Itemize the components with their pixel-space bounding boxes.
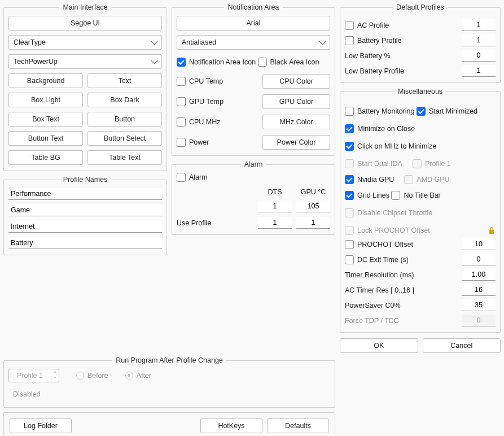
table-bg-button[interactable]: Table BG bbox=[8, 150, 83, 165]
power-checkbox[interactable]: Power bbox=[177, 138, 209, 147]
box-text-button[interactable]: Box Text bbox=[8, 112, 83, 127]
checkbox-icon bbox=[345, 124, 354, 133]
gpu-color-button[interactable]: GPU Color bbox=[262, 94, 330, 109]
ac-timer-input[interactable] bbox=[462, 284, 496, 296]
click-mhz-checkbox[interactable]: Click on MHz to Minimize bbox=[345, 142, 436, 151]
start-minimized-checkbox[interactable]: Start Minimized bbox=[417, 107, 477, 116]
radio-icon bbox=[125, 372, 133, 380]
cpu-temp-checkbox[interactable]: CPU Temp bbox=[177, 77, 223, 86]
prochot-offset-checkbox[interactable]: PROCHOT Offset bbox=[345, 240, 413, 249]
text-button[interactable]: Text bbox=[87, 73, 162, 88]
profile-name-1[interactable] bbox=[8, 188, 162, 200]
spinner-buttons[interactable]: ▲▼ bbox=[51, 369, 59, 382]
battery-profile-input[interactable] bbox=[462, 34, 496, 46]
background-button[interactable]: Background bbox=[8, 73, 83, 88]
gpu-temp-checkbox[interactable]: GPU Temp bbox=[177, 97, 223, 106]
main-interface-title: Main Interface bbox=[59, 3, 111, 11]
gpu-header: GPU °C bbox=[296, 188, 330, 196]
misc-group: Miscellaneous Battery Monitoring Start M… bbox=[340, 88, 501, 333]
alarm-checkbox[interactable]: Alarm bbox=[177, 173, 208, 182]
disable-chipset-checkbox: Disable Chipset Throttle bbox=[345, 208, 432, 217]
cpu-mhz-checkbox[interactable]: CPU MHz bbox=[177, 117, 221, 127]
dts-header: DTS bbox=[258, 188, 292, 196]
notif-rendering-select[interactable]: Antialiased bbox=[177, 35, 330, 50]
checkbox-icon bbox=[345, 21, 354, 30]
misc-title: Miscellaneous bbox=[395, 88, 446, 95]
prochot-offset-input[interactable] bbox=[462, 238, 496, 250]
notification-area-group: Notification Area Arial Antialiased Noti… bbox=[172, 3, 335, 156]
checkbox-icon bbox=[177, 173, 186, 182]
profile-name-4[interactable] bbox=[8, 237, 162, 249]
ok-button[interactable]: OK bbox=[340, 338, 418, 353]
alarm-group: Alarm Alarm DTS GPU °C Use Profile bbox=[172, 160, 335, 235]
run-after-spinner[interactable]: Profile 1 ▲▼ bbox=[8, 369, 59, 382]
defaults-button[interactable]: Defaults bbox=[267, 418, 329, 433]
low-battery-profile-input[interactable] bbox=[462, 65, 496, 77]
power-color-button[interactable]: Power Color bbox=[262, 135, 330, 150]
box-light-button[interactable]: Box Light bbox=[8, 93, 83, 107]
ac-profile-input[interactable] bbox=[462, 19, 496, 31]
default-profiles-title: Default Profiles bbox=[393, 3, 448, 11]
checkbox-icon bbox=[345, 226, 354, 235]
checkbox-icon bbox=[258, 58, 267, 67]
checkbox-icon bbox=[345, 191, 354, 200]
low-battery-profile-label: Low Battery Profile bbox=[345, 67, 404, 75]
button-text-button[interactable]: Button Text bbox=[8, 131, 83, 146]
use-profile-dts-input[interactable] bbox=[258, 217, 292, 229]
button-button[interactable]: Button bbox=[87, 112, 162, 127]
dc-exit-checkbox[interactable]: DC Exit Time (s) bbox=[345, 255, 409, 264]
profile-names-group: Profile Names bbox=[3, 176, 167, 255]
dc-exit-input[interactable] bbox=[462, 254, 496, 265]
skin-select[interactable]: TechPowerUp bbox=[8, 54, 162, 69]
amd-gpu-checkbox: AMD GPU bbox=[404, 175, 449, 184]
alarm-dts-input[interactable] bbox=[258, 200, 292, 212]
battery-profile-checkbox[interactable]: Battery Profile bbox=[345, 36, 402, 45]
notif-font-button[interactable]: Arial bbox=[177, 16, 330, 30]
start-dual-ida-checkbox: Start Dual IDA bbox=[345, 159, 402, 168]
low-battery-pct-input[interactable] bbox=[462, 50, 496, 62]
timer-res-label: Timer Resolution (ms) bbox=[345, 271, 414, 279]
button-select-button[interactable]: Button Select bbox=[87, 131, 162, 146]
checkbox-icon bbox=[345, 107, 354, 116]
cancel-button[interactable]: Cancel bbox=[423, 338, 501, 353]
table-text-button[interactable]: Table Text bbox=[87, 150, 162, 165]
lock-icon bbox=[488, 226, 496, 234]
main-font-button[interactable]: Segoe UI bbox=[8, 16, 162, 30]
grid-lines-checkbox[interactable]: Grid Lines bbox=[345, 191, 389, 200]
black-area-icon-checkbox[interactable]: Black Area Icon bbox=[258, 58, 319, 67]
checkbox-icon bbox=[177, 97, 186, 106]
powersaver-input[interactable] bbox=[462, 299, 496, 311]
timer-res-input[interactable] bbox=[462, 269, 496, 281]
nvidia-gpu-checkbox[interactable]: Nvidia GPU bbox=[345, 175, 394, 184]
before-radio: Before bbox=[76, 372, 108, 380]
default-profiles-group: Default Profiles AC Profile Battery Prof… bbox=[340, 3, 501, 83]
battery-monitoring-checkbox[interactable]: Battery Monitoring bbox=[345, 107, 414, 116]
checkbox-icon bbox=[417, 107, 426, 116]
use-profile-label: Use Profile bbox=[177, 219, 253, 227]
box-dark-button[interactable]: Box Dark bbox=[87, 93, 162, 107]
bottom-group: Log Folder HotKeys Defaults C:\Users\Van… bbox=[3, 412, 335, 436]
checkbox-icon bbox=[345, 142, 354, 151]
log-folder-button[interactable]: Log Folder bbox=[10, 418, 72, 433]
run-after-group: Run Program After Profile Change Profile… bbox=[3, 356, 335, 408]
lock-prochot-checkbox: Lock PROCHOT Offset bbox=[345, 226, 430, 235]
use-profile-gpu-input[interactable] bbox=[296, 217, 330, 229]
hotkeys-button[interactable]: HotKeys bbox=[200, 418, 262, 433]
minimize-on-close-checkbox[interactable]: Minimize on Close bbox=[345, 124, 415, 133]
profile-name-2[interactable] bbox=[8, 204, 162, 216]
notification-area-icon-checkbox[interactable]: Notification Area Icon bbox=[177, 58, 256, 67]
checkbox-icon bbox=[345, 159, 354, 168]
checkbox-icon bbox=[413, 159, 422, 168]
checkbox-icon bbox=[345, 240, 354, 249]
mhz-color-button[interactable]: MHz Color bbox=[262, 115, 330, 129]
no-title-bar-checkbox[interactable]: No Title Bar bbox=[391, 191, 440, 200]
powersaver-label: PowerSaver C0% bbox=[345, 302, 401, 309]
profile-name-3[interactable] bbox=[8, 221, 162, 233]
notification-title: Notification Area bbox=[224, 3, 282, 11]
ac-profile-checkbox[interactable]: AC Profile bbox=[345, 21, 389, 30]
cpu-color-button[interactable]: CPU Color bbox=[262, 74, 330, 89]
rendering-select[interactable]: ClearType bbox=[8, 35, 162, 50]
ac-timer-label: AC Timer Res [ 0..16 ] bbox=[345, 286, 414, 294]
radio-icon bbox=[76, 372, 84, 380]
alarm-gpu-input[interactable] bbox=[296, 200, 330, 212]
